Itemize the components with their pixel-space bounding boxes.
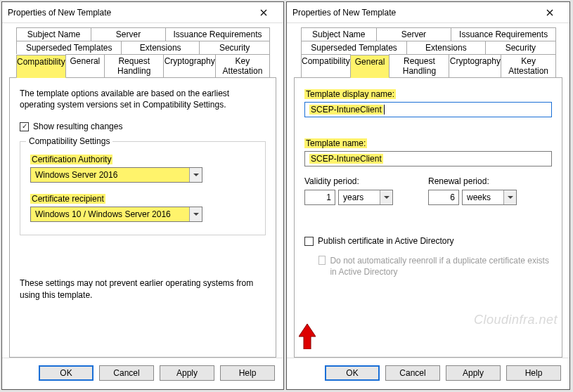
tab-extensions[interactable]: Extensions [121, 41, 200, 54]
tab-superseded-templates[interactable]: Superseded Templates [301, 41, 407, 54]
tab-general[interactable]: General [350, 55, 390, 78]
validity-value-input[interactable]: 1 [304, 190, 335, 205]
show-resulting-changes-checkbox[interactable] [20, 122, 29, 131]
tab-subject-name[interactable]: Subject Name [16, 27, 91, 41]
watermark: Cloudinfra.net [474, 313, 558, 327]
template-display-name-input[interactable]: SCEP-IntuneClient [304, 102, 552, 117]
dialog-title: Properties of New Template [8, 8, 250, 18]
renewal-period: Renewal period: 6 weeks [428, 176, 517, 205]
validity-unit-combo[interactable]: years [338, 190, 393, 205]
help-button[interactable]: Help [220, 365, 275, 381]
cert-recipient-combo[interactable]: Windows 10 / Windows Server 2016 [30, 207, 202, 222]
tab-issuance-requirements[interactable]: Issuance Requirements [451, 27, 556, 41]
renewal-value-input[interactable]: 6 [428, 190, 459, 205]
close-icon [260, 9, 267, 16]
cert-recipient-label: Certificate recipient [30, 194, 255, 204]
renewal-unit-value: weeks [463, 192, 503, 202]
tab-key-attestation[interactable]: Key Attestation [501, 54, 556, 77]
chevron-down-icon[interactable] [189, 207, 202, 221]
apply-button[interactable]: Apply [446, 365, 501, 381]
tab-server[interactable]: Server [376, 27, 452, 41]
titlebar: Properties of New Template [2, 2, 283, 23]
dialog-title: Properties of New Template [292, 8, 536, 18]
tab-compatibility[interactable]: Compatibility [301, 54, 351, 77]
template-name-value: SCEP-IntuneClient [309, 154, 383, 164]
tab-panel-general: Template display name: SCEP-IntuneClient… [294, 77, 562, 358]
annotation-arrow-icon [299, 324, 316, 349]
tab-request-handling[interactable]: Request Handling [104, 54, 164, 77]
publish-ad-label: Publish certificate in Active Directory [318, 236, 453, 246]
renewal-label: Renewal period: [428, 176, 517, 186]
no-reenroll-row: Do not automatically reenroll if a dupli… [318, 256, 552, 277]
cert-authority-value: Windows Server 2016 [31, 170, 189, 180]
compatibility-settings-group: Compatibility Settings Certification Aut… [20, 141, 266, 235]
tab-server[interactable]: Server [91, 27, 166, 41]
tab-superseded-templates[interactable]: Superseded Templates [16, 41, 122, 54]
tab-panel-compatibility: The template options available are based… [9, 77, 276, 358]
template-display-name-value: SCEP-IntuneClient [309, 105, 383, 115]
no-reenroll-checkbox [318, 256, 326, 265]
tab-strip: Subject Name Server Issuance Requirement… [294, 23, 562, 77]
footer-note: These settings may not prevent earlier o… [20, 277, 266, 300]
publish-ad-row[interactable]: Publish certificate in Active Directory [304, 236, 552, 246]
tab-general[interactable]: General [65, 54, 105, 77]
template-display-name-label: Template display name: [304, 89, 552, 99]
tab-strip: Subject Name Server Issuance Requirement… [9, 23, 276, 77]
info-text: The template options available are based… [20, 88, 266, 110]
publish-ad-checkbox[interactable] [304, 237, 314, 246]
cert-recipient-value: Windows 10 / Windows Server 2016 [31, 209, 189, 219]
dialog-buttons: OK Cancel Apply Help [287, 358, 569, 389]
validity-period: Validity period: 1 years [304, 176, 393, 205]
cancel-button[interactable]: Cancel [385, 365, 440, 381]
chevron-down-icon[interactable] [380, 190, 392, 204]
tab-key-attestation[interactable]: Key Attestation [215, 54, 270, 77]
text-caret [384, 105, 385, 115]
tab-subject-name[interactable]: Subject Name [301, 27, 377, 41]
help-button[interactable]: Help [506, 365, 561, 381]
ok-button[interactable]: OK [325, 365, 380, 381]
validity-label: Validity period: [304, 176, 393, 186]
template-name-label: Template name: [304, 138, 552, 148]
cert-authority-combo[interactable]: Windows Server 2016 [30, 167, 202, 183]
chevron-down-icon[interactable] [189, 168, 202, 182]
tab-request-handling[interactable]: Request Handling [389, 54, 449, 77]
template-name-input[interactable]: SCEP-IntuneClient [304, 151, 552, 166]
show-resulting-changes-row[interactable]: Show resulting changes [20, 122, 266, 131]
no-reenroll-label: Do not automatically reenroll if a dupli… [330, 256, 552, 277]
tab-cryptography[interactable]: Cryptography [449, 54, 501, 77]
close-icon [546, 9, 553, 16]
cert-authority-label: Certification Authority [30, 155, 255, 164]
dialog-compatibility: Properties of New Template Subject Name … [1, 1, 284, 390]
dialog-buttons: OK Cancel Apply Help [2, 358, 283, 389]
tab-security[interactable]: Security [485, 41, 556, 54]
close-button[interactable] [250, 3, 278, 22]
tab-cryptography[interactable]: Cryptography [163, 54, 215, 77]
tab-compatibility[interactable]: Compatibility [16, 55, 66, 78]
chevron-down-icon[interactable] [503, 190, 516, 204]
renewal-unit-combo[interactable]: weeks [462, 190, 517, 205]
show-resulting-changes-label: Show resulting changes [33, 122, 122, 131]
tab-issuance-requirements[interactable]: Issuance Requirements [165, 27, 270, 41]
close-button[interactable] [536, 3, 564, 22]
apply-button[interactable]: Apply [160, 365, 214, 381]
cancel-button[interactable]: Cancel [99, 365, 154, 381]
ok-button[interactable]: OK [39, 365, 94, 381]
tab-security[interactable]: Security [199, 41, 270, 54]
validity-unit-value: years [339, 192, 380, 202]
titlebar: Properties of New Template [287, 2, 569, 23]
dialog-general: Properties of New Template Subject Name … [286, 1, 570, 390]
tab-extensions[interactable]: Extensions [406, 41, 485, 54]
group-legend: Compatibility Settings [26, 136, 112, 146]
